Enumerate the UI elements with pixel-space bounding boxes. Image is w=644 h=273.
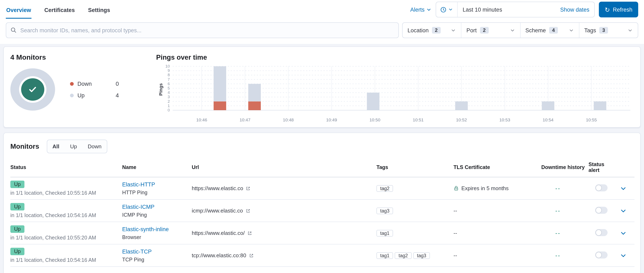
status-alert-toggle[interactable] [595, 184, 608, 191]
svg-text:7: 7 [168, 77, 170, 82]
chevron-down-icon [426, 7, 432, 12]
svg-text:10:47: 10:47 [240, 118, 250, 122]
refresh-label: Refresh [613, 6, 632, 13]
external-link-icon [247, 230, 252, 236]
col-name: Name [122, 160, 192, 177]
tab-settings[interactable]: Settings [88, 0, 110, 18]
tag-chip[interactable]: tag3 [413, 252, 430, 259]
chevron-down-icon [569, 28, 574, 33]
monitor-url[interactable]: https://www.elastic.co/ [192, 230, 245, 236]
quick-select-button[interactable] [436, 2, 458, 17]
up-dot-icon [70, 94, 74, 97]
svg-text:10:49: 10:49 [326, 118, 337, 122]
svg-text:10:50: 10:50 [370, 118, 380, 122]
chevron-down-icon [451, 28, 456, 33]
alerts-dropdown[interactable]: Alerts [410, 6, 432, 13]
svg-text:1: 1 [168, 104, 170, 108]
filter-location-label: Location [408, 27, 429, 33]
search-input[interactable] [6, 22, 399, 38]
monitors-table: Status Name Url Tags TLS Certificate Dow… [10, 160, 634, 267]
show-dates-button[interactable]: Show dates [560, 6, 594, 13]
tls-expiry: Expires in 5 months [461, 185, 508, 192]
expand-row-icon[interactable] [620, 230, 626, 236]
svg-text:10:48: 10:48 [283, 118, 294, 122]
status-alert-toggle[interactable] [595, 229, 608, 236]
external-link-icon [246, 208, 250, 213]
expand-row-icon[interactable] [620, 252, 626, 259]
status-tab-all[interactable]: All [47, 140, 64, 153]
page-header: Overview Certificates Settings Alerts La… [0, 0, 644, 44]
status-filter-group: All Up Down [46, 140, 107, 153]
monitor-name-link[interactable]: Elastic-HTTP [122, 181, 155, 188]
status-donut-chart [10, 68, 55, 110]
filter-location-count: 2 [432, 27, 440, 34]
status-tab-down[interactable]: Down [82, 140, 107, 153]
chevron-down-icon [628, 28, 633, 33]
monitor-type: ICMP Ping [122, 212, 188, 218]
tab-certificates[interactable]: Certificates [44, 0, 75, 18]
filter-port-label: Port [466, 27, 477, 33]
filter-port-count: 2 [480, 27, 488, 34]
downtime-history: -- [555, 230, 560, 236]
status-detail: in 1/1 location, Checked 10:54:16 AM [10, 257, 119, 263]
legend-up-label: Up [78, 92, 85, 98]
downtime-history: -- [555, 185, 560, 192]
top-navigation: Overview Certificates Settings Alerts La… [6, 0, 638, 19]
status-detail: in 1/1 location, Checked 10:55:16 AM [10, 190, 119, 196]
downtime-history: -- [555, 208, 560, 214]
tag-chip[interactable]: tag2 [376, 185, 393, 192]
legend-up: Up 4 [70, 92, 119, 98]
filter-tags-count: 3 [600, 27, 608, 34]
table-row: Up in 1/1 location, Checked 10:55:16 AM … [10, 177, 634, 200]
expand-row-icon[interactable] [620, 185, 626, 192]
table-footer: Rows per page: 100 [10, 267, 634, 273]
table-row: Up in 1/1 location, Checked 10:55:20 AM … [10, 222, 634, 244]
status-tab-up[interactable]: Up [65, 140, 82, 153]
monitor-type: Browser [122, 234, 188, 240]
time-range-value[interactable]: Last 10 minutes [458, 6, 560, 13]
monitor-name-link[interactable]: Elastic-ICMP [122, 204, 154, 210]
filter-port[interactable]: Port 2 [462, 23, 520, 38]
pings-y-axis-label: Pings [158, 83, 163, 96]
monitors-card: Monitors All Up Down Status Name Url [3, 132, 641, 273]
chevron-down-icon [510, 28, 515, 33]
monitor-name-link[interactable]: Elastic-synth-inline [122, 226, 169, 232]
filter-tags[interactable]: Tags 3 [580, 23, 638, 38]
col-tags: Tags [376, 160, 454, 177]
nav-tabs: Overview Certificates Settings [6, 0, 110, 18]
status-alert-toggle[interactable] [595, 251, 608, 258]
svg-text:2: 2 [168, 99, 170, 104]
monitor-url[interactable]: https://www.elastic.co [192, 185, 243, 192]
monitor-url[interactable]: icmp://www.elastic.co [192, 208, 243, 214]
svg-text:6: 6 [168, 82, 170, 86]
monitors-count-title: 4 Monitors [10, 54, 153, 62]
svg-text:10:46: 10:46 [196, 118, 207, 122]
svg-text:10:55: 10:55 [586, 118, 597, 122]
svg-text:5: 5 [168, 86, 170, 90]
svg-text:8: 8 [168, 73, 170, 77]
pings-over-time-chart: 01234567891010:4610:4710:4810:4910:5010:… [156, 63, 634, 125]
filter-scheme[interactable]: Scheme 4 [520, 23, 580, 38]
tag-chip[interactable]: tag3 [376, 207, 393, 214]
tag-chip[interactable]: tag1 [376, 230, 393, 236]
refresh-button[interactable]: ↻ Refresh [599, 2, 638, 18]
filter-location[interactable]: Location 2 [402, 23, 462, 38]
legend-down-value: 0 [116, 80, 119, 87]
monitors-summary: 4 Monitors Down 0 [4, 47, 153, 127]
col-status-alert: Status alert [588, 160, 620, 177]
status-alert-toggle[interactable] [595, 206, 608, 214]
status-badge: Up [10, 248, 24, 255]
monitor-type: HTTP Ping [122, 190, 188, 195]
status-legend: Down 0 Up 4 [70, 80, 119, 98]
svg-text:10:54: 10:54 [542, 118, 554, 122]
monitor-name-link[interactable]: Elastic-TCP [122, 248, 152, 254]
monitor-url[interactable]: tcp://www.elastic.co:80 [192, 252, 246, 258]
downtime-history: -- [555, 252, 560, 258]
legend-down-label: Down [78, 80, 92, 87]
filter-scheme-count: 4 [549, 27, 558, 34]
page-body: 4 Monitors Down 0 [0, 44, 644, 273]
tag-chip[interactable]: tag2 [395, 252, 412, 259]
tab-overview[interactable]: Overview [6, 0, 32, 18]
tag-chip[interactable]: tag1 [376, 252, 393, 259]
expand-row-icon[interactable] [620, 207, 626, 214]
